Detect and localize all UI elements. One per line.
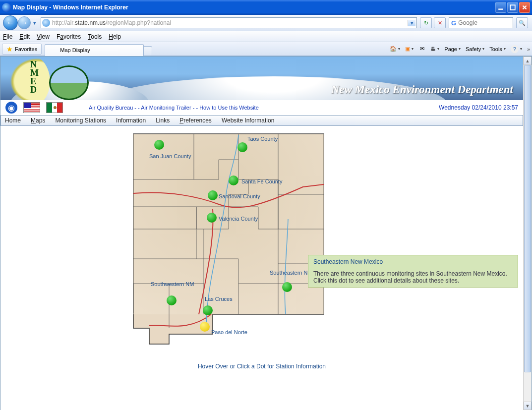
- sub-header: ◉ Air Quality Bureau - - Air Monitoring …: [0, 100, 523, 115]
- menu-edit[interactable]: Edit: [19, 33, 30, 40]
- menu-tools[interactable]: Tools: [88, 33, 102, 40]
- search-box[interactable]: G Google: [449, 17, 513, 28]
- map-instruction-text: Hover Over or Click a Dot for Station In…: [0, 363, 523, 370]
- station-dot-southwestern[interactable]: [167, 295, 177, 305]
- station-dot-santafe[interactable]: [229, 176, 238, 185]
- tooltip-body: There are three continuous monitoring si…: [313, 270, 513, 284]
- nmed-moon-logo: [5, 57, 50, 100]
- tab-favicon: [51, 47, 58, 54]
- back-button[interactable]: ←: [3, 15, 18, 30]
- department-name: New Mexico Environment Department: [331, 83, 513, 96]
- feeds-button[interactable]: ▣▾: [403, 44, 415, 55]
- nav-toolbar: ← → ▾ http://air.state.nm.us/regionMap.p…: [0, 15, 532, 31]
- vertical-scrollbar[interactable]: ▲ ▼: [523, 57, 532, 410]
- station-dot-sanjuan[interactable]: [154, 140, 164, 150]
- page-viewport: ▲ ▼ NMED New Mexico Environment Departme…: [0, 56, 532, 410]
- station-dot-lascruces[interactable]: [203, 305, 213, 315]
- favorites-label: Favorites: [15, 46, 37, 52]
- home-button[interactable]: 🏠▾: [388, 44, 402, 55]
- scroll-up-arrow[interactable]: ▲: [524, 57, 532, 65]
- nav-home[interactable]: Home: [5, 117, 21, 124]
- link-air-quality-bureau[interactable]: Air Quality Bureau: [89, 105, 133, 111]
- menu-favorites[interactable]: Favorites: [57, 33, 81, 40]
- tabs-toolbar: ★ Favorites Map Display 🏠▾ ▣▾ ✉ 🖶▾ Page▾…: [0, 42, 532, 56]
- new-tab-button[interactable]: [143, 46, 152, 56]
- station-dot-taos[interactable]: [237, 142, 247, 152]
- site-banner: NMED New Mexico Environment Department: [0, 57, 523, 100]
- menu-help[interactable]: Help: [109, 33, 121, 40]
- nav-links[interactable]: Links: [156, 117, 170, 124]
- address-dropdown[interactable]: ▾: [408, 20, 415, 26]
- tooltip-title: Southeastern New Mexico: [313, 258, 513, 265]
- star-icon: ★: [6, 45, 13, 53]
- station-tooltip: Southeastern New Mexico There are three …: [308, 255, 518, 288]
- stop-button[interactable]: ✕: [434, 17, 446, 28]
- print-button[interactable]: 🖶▾: [428, 44, 441, 55]
- station-label-valencia: Valencia County: [219, 216, 258, 222]
- station-label-sandoval: Sandoval County: [219, 193, 260, 199]
- search-placeholder: Google: [458, 19, 477, 26]
- station-dot-southeastern[interactable]: [282, 282, 292, 292]
- nav-information[interactable]: Information: [116, 117, 146, 124]
- favorites-button[interactable]: ★ Favorites: [2, 44, 42, 55]
- close-button[interactable]: [519, 2, 530, 13]
- station-label-southwestern: Southwestern NM: [151, 281, 194, 287]
- scroll-down-arrow[interactable]: ▼: [524, 402, 532, 410]
- google-icon: G: [451, 19, 456, 27]
- station-dot-sandoval[interactable]: [208, 190, 218, 200]
- svg-rect-0: [498, 8, 503, 9]
- link-how-to-use[interactable]: How to Use this Website: [199, 105, 259, 111]
- scroll-thumb[interactable]: [524, 65, 531, 372]
- nmed-letters: NMED: [30, 60, 39, 94]
- mexico-flag-icon[interactable]: [46, 102, 63, 113]
- map-area: Taos County San Juan County Santa Fe Cou…: [0, 126, 523, 401]
- station-label-southeastern: Southeastern NM: [270, 270, 312, 276]
- station-label-sanjuan: San Juan County: [149, 153, 191, 159]
- tools-menu[interactable]: Tools▾: [487, 44, 508, 55]
- help-button[interactable]: ?▾: [509, 44, 524, 55]
- station-dot-pasodelnorte[interactable]: [200, 322, 210, 332]
- svg-rect-1: [510, 5, 515, 10]
- tab-title: Map Display: [60, 47, 90, 53]
- nav-website-information[interactable]: Website Information: [222, 117, 275, 124]
- station-dot-valencia[interactable]: [207, 213, 217, 223]
- search-go-button[interactable]: 🔍: [516, 17, 528, 28]
- window-titlebar: Map Display - Windows Internet Explorer: [0, 0, 532, 15]
- page-menu[interactable]: Page▾: [442, 44, 463, 55]
- safety-menu[interactable]: Safety▾: [464, 44, 486, 55]
- station-label-santafe: Santa Fe County: [241, 178, 283, 184]
- minimize-button[interactable]: [495, 2, 506, 13]
- url-text[interactable]: http://air.state.nm.us/regionMap.php?nat…: [52, 19, 408, 26]
- nav-maps[interactable]: Maps: [31, 117, 45, 124]
- accessibility-icon[interactable]: ◉: [5, 102, 17, 114]
- nav-preferences[interactable]: Preferences: [179, 117, 212, 124]
- station-label-pasodelnorte: Paso del Norte: [211, 329, 247, 335]
- ie-icon: [2, 3, 11, 12]
- link-air-monitoring-trailer[interactable]: Air Monitoring Trailer: [141, 105, 191, 111]
- page-icon: [42, 19, 50, 27]
- tab-map-display[interactable]: Map Display: [45, 44, 144, 56]
- station-label-taos: Taos County: [247, 136, 278, 142]
- toolbar-overflow[interactable]: »: [527, 46, 530, 52]
- refresh-button[interactable]: ↻: [420, 17, 432, 28]
- menu-file[interactable]: File: [3, 33, 12, 40]
- forward-button[interactable]: →: [18, 16, 31, 29]
- address-bar[interactable]: http://air.state.nm.us/regionMap.php?nat…: [41, 17, 417, 28]
- nav-history-dropdown[interactable]: ▾: [32, 20, 37, 26]
- window-title: Map Display - Windows Internet Explorer: [13, 4, 495, 11]
- menu-bar: File Edit View Favorites Tools Help: [0, 31, 532, 42]
- nav-monitoring-stations[interactable]: Monitoring Stations: [55, 117, 106, 124]
- read-mail-button[interactable]: ✉: [416, 44, 427, 55]
- us-flag-icon[interactable]: [23, 102, 40, 113]
- nm-state-map: [129, 130, 328, 357]
- menu-view[interactable]: View: [37, 33, 50, 40]
- nmed-circle-logo: [49, 65, 89, 100]
- site-nav-menu: Home Maps Monitoring Stations Informatio…: [0, 115, 523, 126]
- current-datetime: Wednesday 02/24/2010 23:57: [439, 104, 518, 111]
- maximize-button[interactable]: [507, 2, 518, 13]
- station-label-lascruces: Las Cruces: [205, 296, 233, 302]
